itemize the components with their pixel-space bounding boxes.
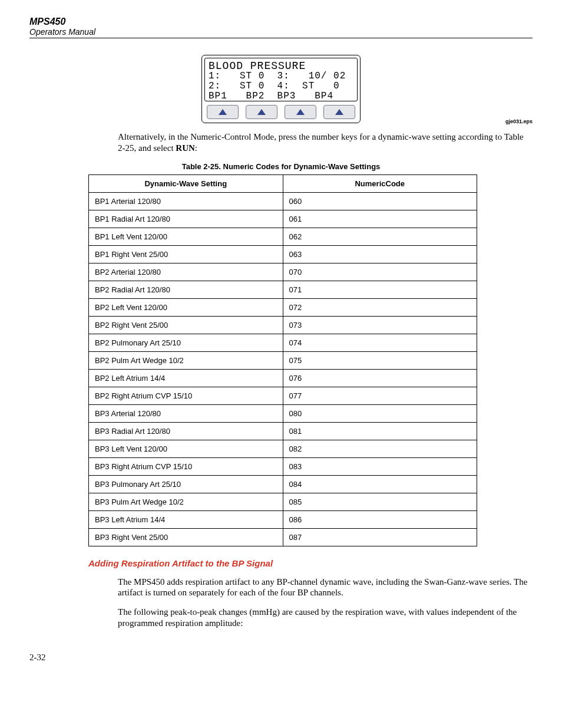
page-header: MPS450 Operators Manual bbox=[29, 17, 533, 38]
cell-setting: BP3 Right Atrium CVP 15/10 bbox=[89, 457, 283, 475]
lcd-row-2: 2: ST 0 4: ST 0 bbox=[209, 81, 353, 91]
table-row: BP3 Arterial 120/80080 bbox=[89, 404, 477, 422]
cell-code: 081 bbox=[283, 422, 477, 440]
table-row: BP1 Arterial 120/80060 bbox=[89, 192, 477, 210]
table-row: BP2 Pulm Art Wedge 10/2075 bbox=[89, 351, 477, 369]
run-label: RUN bbox=[176, 143, 195, 153]
cell-code: 085 bbox=[283, 493, 477, 510]
table-row: BP1 Radial Art 120/80061 bbox=[89, 210, 477, 228]
cell-code: 075 bbox=[283, 351, 477, 369]
cell-setting: BP1 Radial Art 120/80 bbox=[89, 210, 283, 228]
cell-code: 060 bbox=[283, 192, 477, 210]
cell-code: 061 bbox=[283, 210, 477, 228]
table-header-row: Dynamic-Wave Setting NumericCode bbox=[89, 174, 477, 192]
col-header-setting: Dynamic-Wave Setting bbox=[89, 174, 283, 192]
cell-code: 062 bbox=[283, 228, 477, 245]
svg-marker-3 bbox=[335, 109, 343, 115]
doc-subtitle: Operators Manual bbox=[29, 27, 533, 37]
cell-setting: BP3 Left Vent 120/00 bbox=[89, 440, 283, 457]
cell-setting: BP2 Left Vent 120/00 bbox=[89, 298, 283, 316]
cell-code: 086 bbox=[283, 510, 477, 528]
figure-filename: gje031.eps bbox=[505, 118, 533, 124]
cell-code: 084 bbox=[283, 475, 477, 493]
cell-code: 074 bbox=[283, 334, 477, 351]
table-row: BP2 Left Vent 120/00072 bbox=[89, 298, 477, 316]
lcd-row-3: BP1 BP2 BP3 BP4 bbox=[209, 91, 353, 101]
paragraph-intro: Alternatively, in the Numeric-Control Mo… bbox=[118, 131, 533, 154]
table-row: BP2 Pulmonary Art 25/10074 bbox=[89, 334, 477, 351]
cell-setting: BP3 Pulm Art Wedge 10/2 bbox=[89, 493, 283, 510]
table-row: BP3 Left Atrium 14/4086 bbox=[89, 510, 477, 528]
cell-setting: BP2 Right Atrium CVP 15/10 bbox=[89, 387, 283, 404]
cell-setting: BP2 Pulmonary Art 25/10 bbox=[89, 334, 283, 351]
svg-marker-0 bbox=[219, 109, 227, 115]
lcd-row-1: 1: ST 0 3: 10/ 02 bbox=[209, 71, 353, 81]
lcd-title: BLOOD PRESSURE bbox=[209, 61, 353, 71]
svg-marker-2 bbox=[296, 109, 305, 115]
softkey-3[interactable] bbox=[285, 105, 316, 119]
table-row: BP2 Radial Art 120/80071 bbox=[89, 281, 477, 298]
table-row: BP1 Right Vent 25/00063 bbox=[89, 245, 477, 263]
cell-setting: BP1 Left Vent 120/00 bbox=[89, 228, 283, 245]
cell-setting: BP2 Right Vent 25/00 bbox=[89, 316, 283, 334]
cell-code: 083 bbox=[283, 457, 477, 475]
cell-setting: BP3 Right Vent 25/00 bbox=[89, 528, 283, 546]
cell-setting: BP3 Pulmonary Art 25/10 bbox=[89, 475, 283, 493]
cell-setting: BP2 Radial Art 120/80 bbox=[89, 281, 283, 298]
table-row: BP3 Right Atrium CVP 15/10083 bbox=[89, 457, 477, 475]
lcd-figure: BLOOD PRESSURE 1: ST 0 3: 10/ 02 2: ST 0… bbox=[29, 55, 533, 123]
cell-code: 070 bbox=[283, 263, 477, 281]
cell-code: 087 bbox=[283, 528, 477, 546]
cell-code: 082 bbox=[283, 440, 477, 457]
doc-model: MPS450 bbox=[29, 17, 533, 27]
cell-code: 076 bbox=[283, 369, 477, 387]
section-heading: Adding Respiration Artifact to the BP Si… bbox=[88, 558, 533, 568]
table-caption: Table 2-25. Numeric Codes for Dynamic-Wa… bbox=[29, 162, 533, 171]
triangle-up-icon bbox=[257, 108, 266, 116]
cell-code: 072 bbox=[283, 298, 477, 316]
table-row: BP3 Pulmonary Art 25/10084 bbox=[89, 475, 477, 493]
numeric-codes-table: Dynamic-Wave Setting NumericCode BP1 Art… bbox=[88, 174, 477, 546]
paragraph-artifact-1: The MPS450 adds respiration artifact to … bbox=[118, 577, 533, 599]
col-header-code: NumericCode bbox=[283, 174, 477, 192]
paragraph-intro-b: : bbox=[195, 143, 197, 153]
lcd-softkeys bbox=[204, 105, 358, 120]
cell-code: 063 bbox=[283, 245, 477, 263]
lcd-device: BLOOD PRESSURE 1: ST 0 3: 10/ 02 2: ST 0… bbox=[201, 55, 361, 123]
cell-code: 073 bbox=[283, 316, 477, 334]
table-row: BP1 Left Vent 120/00062 bbox=[89, 228, 477, 245]
triangle-up-icon bbox=[335, 108, 344, 116]
softkey-1[interactable] bbox=[207, 105, 239, 119]
softkey-4[interactable] bbox=[323, 105, 355, 119]
table-row: BP2 Left Atrium 14/4076 bbox=[89, 369, 477, 387]
table-row: BP3 Pulm Art Wedge 10/2085 bbox=[89, 493, 477, 510]
cell-setting: BP2 Left Atrium 14/4 bbox=[89, 369, 283, 387]
cell-setting: BP3 Left Atrium 14/4 bbox=[89, 510, 283, 528]
table-row: BP3 Left Vent 120/00082 bbox=[89, 440, 477, 457]
paragraph-artifact-2: The following peak-to-peak changes (mmHg… bbox=[118, 607, 533, 629]
cell-setting: BP3 Radial Art 120/80 bbox=[89, 422, 283, 440]
cell-setting: BP2 Arterial 120/80 bbox=[89, 263, 283, 281]
lcd-screen: BLOOD PRESSURE 1: ST 0 3: 10/ 02 2: ST 0… bbox=[204, 58, 358, 101]
cell-setting: BP1 Arterial 120/80 bbox=[89, 192, 283, 210]
table-row: BP3 Right Vent 25/00087 bbox=[89, 528, 477, 546]
table-row: BP2 Right Atrium CVP 15/10077 bbox=[89, 387, 477, 404]
cell-setting: BP2 Pulm Art Wedge 10/2 bbox=[89, 351, 283, 369]
table-row: BP2 Arterial 120/80070 bbox=[89, 263, 477, 281]
cell-code: 071 bbox=[283, 281, 477, 298]
page-number: 2-32 bbox=[29, 653, 533, 663]
softkey-2[interactable] bbox=[246, 105, 277, 119]
svg-marker-1 bbox=[257, 109, 266, 115]
cell-code: 077 bbox=[283, 387, 477, 404]
cell-setting: BP1 Right Vent 25/00 bbox=[89, 245, 283, 263]
triangle-up-icon bbox=[296, 108, 305, 116]
cell-setting: BP3 Arterial 120/80 bbox=[89, 404, 283, 422]
table-row: BP3 Radial Art 120/80081 bbox=[89, 422, 477, 440]
cell-code: 080 bbox=[283, 404, 477, 422]
table-row: BP2 Right Vent 25/00073 bbox=[89, 316, 477, 334]
triangle-up-icon bbox=[218, 108, 227, 116]
